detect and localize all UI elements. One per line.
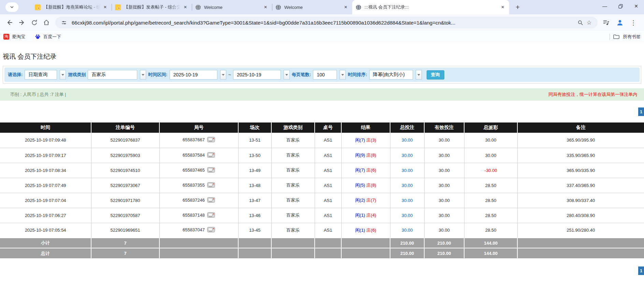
total-bet-link[interactable]: 30.00 <box>402 183 413 188</box>
browser-tab[interactable]: 【新提醒】发表帖子 - 综合交流✕ <box>112 0 192 14</box>
table-row: 2025-10-19 07:09:48522901976837655837667… <box>0 133 644 148</box>
page-1-button[interactable]: 1 <box>638 107 644 116</box>
minimize-button[interactable]: — <box>597 0 613 12</box>
tab-title: Welcome <box>284 5 341 10</box>
site-settings-icon[interactable] <box>59 20 68 26</box>
video-icon[interactable] <box>207 227 215 233</box>
payout-cell: 30.00 <box>464 148 517 163</box>
browser-tab[interactable]: Welcome✕ <box>192 0 272 14</box>
browser-tab[interactable]: Welcome✕ <box>272 0 352 14</box>
sort-select[interactable]: 降幂(由大到小) <box>369 70 413 80</box>
home-button[interactable] <box>40 16 53 29</box>
total-row-cell: 210.00 <box>424 248 464 258</box>
bet-id-cell: 522901974510 <box>91 163 159 178</box>
date-from-input[interactable] <box>170 70 217 80</box>
time-cell: 2025-10-19 07:09:48 <box>0 133 91 148</box>
subtotal-row-cell: 小计 <box>0 238 91 248</box>
video-icon[interactable] <box>207 152 215 159</box>
round-cell: 655837246 <box>159 193 238 208</box>
round-number: 655837355 <box>183 182 205 187</box>
time-cell: 2025-10-19 07:07:04 <box>0 193 91 208</box>
game-type-dropdown-icon[interactable] <box>140 70 146 80</box>
total-bet-link[interactable]: 30.00 <box>402 153 413 158</box>
restore-button[interactable] <box>613 0 628 12</box>
column-header: 时间 <box>0 122 91 133</box>
browser-tab[interactable]: 【新提醒】海燕策略论坛 - 综合✕ <box>31 0 112 14</box>
divider <box>610 34 610 40</box>
game-cell: 百家乐 <box>271 178 315 193</box>
reload-button[interactable] <box>28 16 40 29</box>
bookmark-item[interactable]: 百度一下 <box>35 34 61 40</box>
page-1-button[interactable]: 1 <box>638 266 644 275</box>
session-cell: 13-49 <box>238 163 271 178</box>
bookmark-label: 爱淘宝 <box>12 34 25 40</box>
video-icon[interactable] <box>207 167 215 174</box>
bet-id-cell: 522901971780 <box>91 193 159 208</box>
per-page-input[interactable] <box>313 70 337 80</box>
date-to-input[interactable] <box>233 70 281 80</box>
sort-dropdown-icon[interactable] <box>416 70 422 80</box>
filter-panel: 请选择: 日期查询 游戏类别 百家乐 时间区间: ~ 每页笔数: 时间排序: 降… <box>3 66 641 84</box>
media-controls-icon[interactable] <box>602 19 611 26</box>
search-button[interactable]: 查询 <box>427 70 444 80</box>
total-bet-link[interactable]: 30.00 <box>402 213 413 218</box>
query-type-dropdown-icon[interactable] <box>60 70 66 80</box>
total-bet-link[interactable]: 30.00 <box>402 198 413 203</box>
total-bet-link[interactable]: 30.00 <box>402 168 413 173</box>
bookmark-item[interactable]: 淘爱淘宝 <box>3 34 25 40</box>
payout-cell: 30.00 <box>464 133 517 148</box>
round-cell: 655837667 <box>159 133 238 148</box>
tab-close-icon[interactable]: ✕ <box>500 4 506 10</box>
column-header: 桌号 <box>315 122 341 133</box>
payout-cell: 28.50 <box>464 223 517 238</box>
video-icon[interactable] <box>207 212 215 219</box>
tab-close-icon[interactable]: ✕ <box>182 4 188 10</box>
session-cell: 13-51 <box>238 133 271 148</box>
total-bet-cell: 30.00 <box>390 148 424 163</box>
all-bookmarks[interactable]: 所有书签 <box>610 34 641 40</box>
profile-avatar[interactable] <box>615 19 624 26</box>
game-type-select[interactable]: 百家乐 <box>88 70 137 80</box>
forward-button[interactable] <box>16 16 28 29</box>
video-icon[interactable] <box>207 182 215 189</box>
zoom-icon[interactable] <box>576 20 585 26</box>
table-no-cell: AS1 <box>315 208 341 223</box>
bet-id-cell: 522901976837 <box>91 133 159 148</box>
date-from-dropdown-icon[interactable] <box>220 70 226 80</box>
back-button[interactable] <box>3 16 16 29</box>
video-icon[interactable] <box>207 137 215 143</box>
browser-tab[interactable]: :::视讯 会员下注纪录:::✕ <box>352 0 509 14</box>
round-number: 655837148 <box>183 212 205 217</box>
menu-kebab-icon[interactable]: ⋮ <box>629 19 638 27</box>
tab-close-icon[interactable]: ✕ <box>102 4 108 10</box>
tab-search-button[interactable] <box>5 2 18 12</box>
url-text[interactable]: 66cxkj98.com/ipl/portal.php/game/betreco… <box>72 20 572 26</box>
bookmark-star-icon[interactable]: ☆ <box>585 19 593 26</box>
valid-bet-cell: 30.00 <box>424 163 464 178</box>
total-bet-cell: 30.00 <box>390 193 424 208</box>
payout-cell: 28.50 <box>464 178 517 193</box>
new-tab-button[interactable]: + <box>513 2 523 12</box>
date-to-dropdown-icon[interactable] <box>284 70 290 80</box>
session-cell: 13-48 <box>238 178 271 193</box>
total-bet-link[interactable]: 30.00 <box>402 138 413 143</box>
total-bet-link[interactable]: 30.00 <box>402 228 413 233</box>
round-cell: 655837047 <box>159 223 238 238</box>
video-icon[interactable] <box>207 197 215 204</box>
result-cell: 闲(1) 庄(4) <box>341 208 390 223</box>
note-cell: 337.40/365.90 <box>517 178 644 193</box>
close-window-button[interactable]: ✕ <box>628 0 644 12</box>
table-no-cell: AS1 <box>315 163 341 178</box>
session-cell: 13-45 <box>238 223 271 238</box>
per-page-dropdown-icon[interactable] <box>340 70 346 80</box>
tab-close-icon[interactable]: ✕ <box>262 4 269 10</box>
tab-close-icon[interactable]: ✕ <box>343 4 349 10</box>
chevron-down-icon <box>10 5 14 10</box>
valid-bet-cell: 30.00 <box>424 193 464 208</box>
total-row-cell <box>238 248 271 258</box>
time-cell: 2025-10-19 07:05:54 <box>0 223 91 238</box>
total-row-cell <box>517 248 644 258</box>
query-type-select[interactable]: 日期查询 <box>25 70 57 80</box>
address-bar[interactable]: 66cxkj98.com/ipl/portal.php/game/betreco… <box>55 17 598 28</box>
all-bookmarks-label: 所有书签 <box>623 34 641 40</box>
